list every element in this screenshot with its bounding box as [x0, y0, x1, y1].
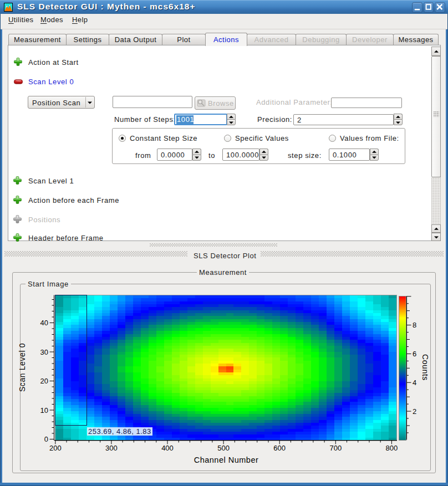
- svg-text:10: 10: [40, 406, 48, 415]
- svg-text:Scan Level 0: Scan Level 0: [18, 343, 27, 392]
- svg-text:500: 500: [217, 444, 230, 452]
- svg-text:2: 2: [413, 407, 416, 416]
- svg-text:700: 700: [329, 444, 342, 452]
- svg-text:200: 200: [49, 444, 62, 452]
- svg-text:Channel Number: Channel Number: [194, 456, 259, 464]
- svg-text:300: 300: [105, 444, 118, 452]
- svg-text:30: 30: [40, 348, 48, 356]
- svg-text:Counts: Counts: [421, 354, 430, 381]
- svg-text:20: 20: [40, 377, 48, 385]
- svg-text:40: 40: [40, 319, 48, 327]
- svg-text:0: 0: [44, 435, 48, 443]
- svg-text:8: 8: [413, 321, 416, 329]
- svg-text:600: 600: [273, 444, 286, 452]
- svg-text:800: 800: [386, 444, 398, 452]
- svg-text:6: 6: [413, 350, 416, 358]
- svg-text:4: 4: [413, 378, 416, 387]
- svg-text:400: 400: [161, 444, 174, 452]
